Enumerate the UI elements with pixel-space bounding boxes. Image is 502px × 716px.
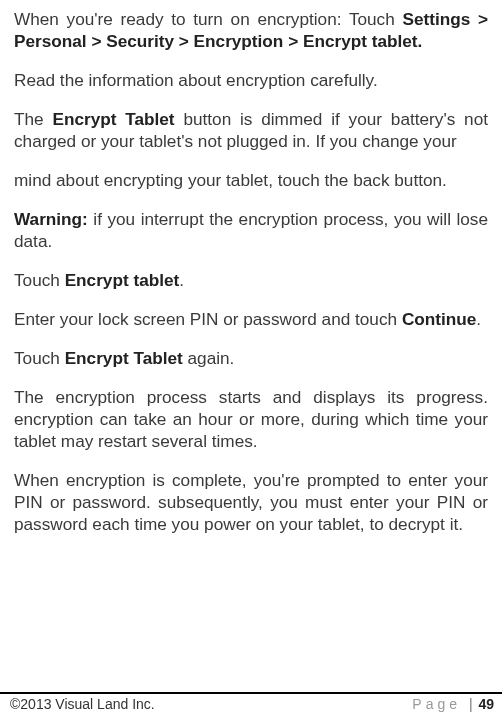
page-footer: ©2013 Visual Land Inc. Page | 49: [0, 692, 502, 716]
text-run: .: [179, 270, 184, 290]
bold-run: Continue: [402, 309, 476, 329]
paragraph-encrypt-again: Touch Encrypt Tablet again.: [14, 347, 488, 369]
text-run: The: [14, 109, 52, 129]
text-run: .: [476, 309, 481, 329]
paragraph-read-info: Read the information about encryption ca…: [14, 69, 488, 91]
footer-page-indicator: Page | 49: [412, 696, 494, 712]
paragraph-intro: When you're ready to turn on encryption:…: [14, 8, 488, 52]
bold-run: Encrypt tablet: [65, 270, 180, 290]
text-run: When you're ready to turn on encryption:…: [14, 9, 402, 29]
footer-divider: [0, 692, 502, 694]
bold-run: Warning:: [14, 209, 88, 229]
text-run: Touch: [14, 270, 65, 290]
footer-copyright: ©2013 Visual Land Inc.: [10, 696, 155, 712]
footer-separator: |: [469, 696, 473, 712]
paragraph-dimmed: The Encrypt Tablet button is dimmed if y…: [14, 108, 488, 152]
text-run: Enter your lock screen PIN or password a…: [14, 309, 402, 329]
paragraph-complete: When encryption is complete, you're prom…: [14, 469, 488, 535]
footer-page-number: 49: [478, 696, 494, 712]
text-run: Touch: [14, 348, 65, 368]
paragraph-mind: mind about encrypting your tablet, touch…: [14, 169, 488, 191]
bold-run: Encrypt Tablet: [52, 109, 174, 129]
paragraph-continue: Enter your lock screen PIN or password a…: [14, 308, 488, 330]
bold-run: Encrypt Tablet: [65, 348, 183, 368]
text-run: again.: [183, 348, 235, 368]
paragraph-progress: The encryption process starts and displa…: [14, 386, 488, 452]
footer-page-label: Page: [412, 696, 461, 712]
paragraph-touch-encrypt: Touch Encrypt tablet.: [14, 269, 488, 291]
manual-page: When you're ready to turn on encryption:…: [0, 0, 502, 716]
paragraph-warning: Warning: if you interrupt the encryption…: [14, 208, 488, 252]
